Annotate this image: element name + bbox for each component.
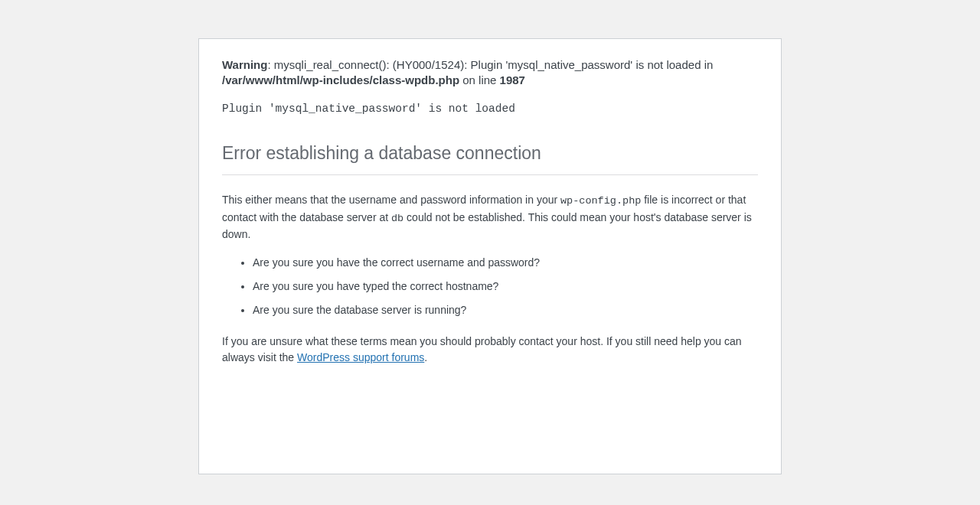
php-warning: Warning: mysqli_real_connect(): (HY000/1… xyxy=(222,57,758,89)
list-item: Are you sure you have the correct userna… xyxy=(253,255,758,271)
php-warning-linenumber: 1987 xyxy=(500,73,525,86)
code-db-host: db xyxy=(391,213,403,224)
footer-text: If you are unsure what these terms mean … xyxy=(222,334,758,366)
wp-db-error-text: Plugin 'mysql_native_password' is not lo… xyxy=(222,101,758,118)
error-heading: Error establishing a database connection xyxy=(222,135,758,175)
support-forums-link[interactable]: WordPress support forums xyxy=(297,351,424,363)
error-description: This either means that the username and … xyxy=(222,192,758,243)
desc-part-1: This either means that the username and … xyxy=(222,194,560,206)
php-warning-message: mysqli_real_connect(): (HY000/1524): Plu… xyxy=(274,58,714,71)
list-item: Are you sure you have typed the correct … xyxy=(253,279,758,295)
error-card: Warning: mysqli_real_connect(): (HY000/1… xyxy=(198,38,782,474)
php-warning-online: on line xyxy=(459,73,500,86)
php-warning-sep: : xyxy=(267,58,273,71)
php-warning-filepath: /var/www/html/wp-includes/class-wpdb.php xyxy=(222,73,459,86)
footer-part-2: . xyxy=(424,351,427,363)
php-warning-label: Warning xyxy=(222,58,267,71)
list-item: Are you sure the database server is runn… xyxy=(253,302,758,318)
code-wp-config: wp-config.php xyxy=(560,195,641,207)
troubleshoot-list: Are you sure you have the correct userna… xyxy=(222,255,758,318)
